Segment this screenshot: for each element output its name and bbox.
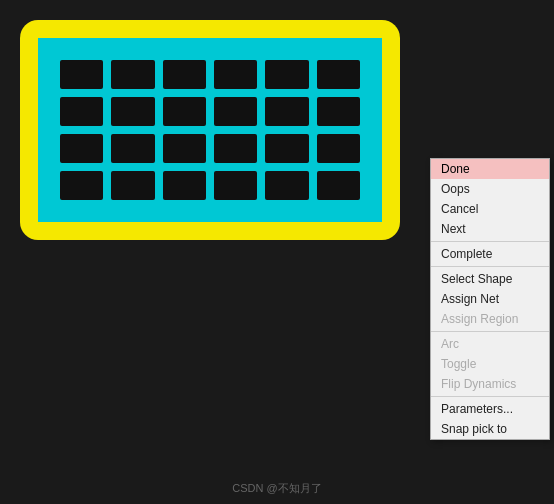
grid-cell bbox=[111, 134, 154, 163]
watermark: CSDN @不知月了 bbox=[232, 481, 321, 496]
grid-cell bbox=[214, 97, 257, 126]
canvas-area: DoneOopsCancelNextCompleteSelect ShapeAs… bbox=[0, 0, 554, 504]
menu-separator bbox=[431, 331, 549, 332]
menu-item-done[interactable]: Done bbox=[431, 159, 549, 179]
grid-cell bbox=[163, 134, 206, 163]
menu-item-flip-dynamics: Flip Dynamics bbox=[431, 374, 549, 394]
grid-cell bbox=[60, 97, 103, 126]
grid-cell bbox=[163, 60, 206, 89]
menu-separator bbox=[431, 266, 549, 267]
menu-item-toggle: Toggle bbox=[431, 354, 549, 374]
grid-cell bbox=[265, 97, 308, 126]
grid-cell bbox=[214, 134, 257, 163]
context-menu: DoneOopsCancelNextCompleteSelect ShapeAs… bbox=[430, 158, 550, 440]
grid-cell bbox=[265, 171, 308, 200]
grid-cell bbox=[111, 171, 154, 200]
grid-cell bbox=[111, 97, 154, 126]
grid-cell bbox=[214, 171, 257, 200]
grid-cell bbox=[111, 60, 154, 89]
grid-cell bbox=[60, 60, 103, 89]
grid-cell bbox=[317, 97, 360, 126]
menu-item-assign-net[interactable]: Assign Net bbox=[431, 289, 549, 309]
grid-cell bbox=[214, 60, 257, 89]
menu-item-assign-region: Assign Region bbox=[431, 309, 549, 329]
grid-container bbox=[52, 52, 368, 208]
grid-cell bbox=[317, 171, 360, 200]
grid-cell bbox=[265, 60, 308, 89]
grid-cell bbox=[163, 171, 206, 200]
menu-item-complete[interactable]: Complete bbox=[431, 244, 549, 264]
grid-cell bbox=[317, 60, 360, 89]
menu-item-snap-pick-to[interactable]: Snap pick to bbox=[431, 419, 549, 439]
grid-cell bbox=[60, 171, 103, 200]
menu-item-oops[interactable]: Oops bbox=[431, 179, 549, 199]
menu-item-arc: Arc bbox=[431, 334, 549, 354]
menu-item-next[interactable]: Next bbox=[431, 219, 549, 239]
menu-item-parameters---[interactable]: Parameters... bbox=[431, 399, 549, 419]
grid-cell bbox=[265, 134, 308, 163]
grid-cell bbox=[60, 134, 103, 163]
menu-separator bbox=[431, 241, 549, 242]
menu-item-select-shape[interactable]: Select Shape bbox=[431, 269, 549, 289]
grid-cell bbox=[317, 134, 360, 163]
grid-cell bbox=[163, 97, 206, 126]
menu-separator bbox=[431, 396, 549, 397]
menu-item-cancel[interactable]: Cancel bbox=[431, 199, 549, 219]
